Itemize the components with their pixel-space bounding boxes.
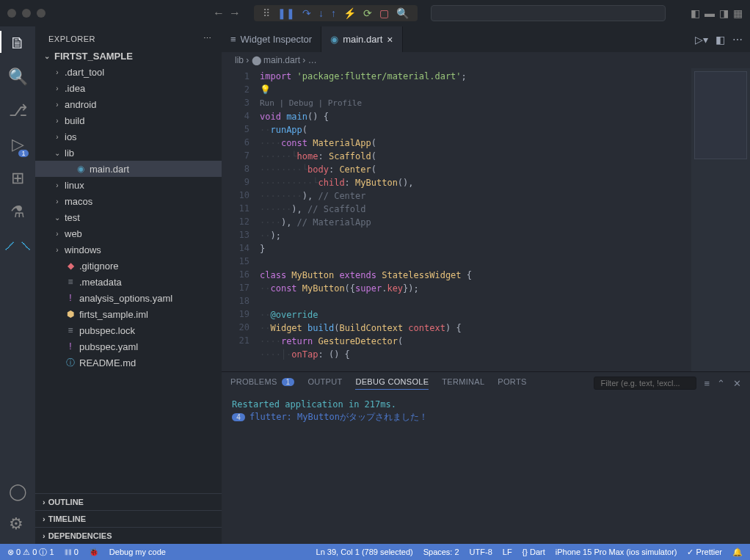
debug-stepin-icon[interactable]: ↓ xyxy=(318,7,324,19)
debug-grip-icon[interactable]: ⠿ xyxy=(263,7,270,19)
nav-forward-icon[interactable]: → xyxy=(229,7,241,20)
sidebar-section[interactable]: › OUTLINE xyxy=(35,493,222,510)
panel-tab[interactable]: OUTPUT xyxy=(307,377,342,389)
status-item[interactable]: 🔔 xyxy=(732,548,743,557)
status-item[interactable]: Ln 39, Col 1 (789 selected) xyxy=(316,548,413,556)
tree-folder[interactable]: ›build xyxy=(35,112,222,128)
explorer-more-icon[interactable]: ⋯ xyxy=(203,34,212,43)
traffic-light-min[interactable] xyxy=(22,9,31,18)
activity-search-icon[interactable]: 🔍 xyxy=(8,68,28,87)
tree-folder[interactable]: ›macos xyxy=(35,193,222,209)
status-item[interactable]: LF xyxy=(503,548,512,556)
tree-file[interactable]: ⬢firtst_sample.iml xyxy=(35,306,222,322)
activity-extensions-icon[interactable]: ⊞ xyxy=(11,169,24,188)
split-editor-icon[interactable]: ◧ xyxy=(716,34,725,46)
breadcrumbs[interactable]: lib › ⬤ main.dart › … xyxy=(222,52,750,68)
traffic-light-max[interactable] xyxy=(37,9,45,18)
panel-tab[interactable]: PROBLEMS 1 xyxy=(230,377,294,389)
tree-folder[interactable]: ›android xyxy=(35,96,222,112)
minimap[interactable] xyxy=(691,68,750,371)
debug-pause-icon[interactable]: ❚❚ xyxy=(277,7,295,19)
explorer-title: EXPLORER xyxy=(48,34,95,43)
tree-folder[interactable]: ›linux xyxy=(35,177,222,193)
tree-folder[interactable]: ⌄test xyxy=(35,209,222,225)
editor-body[interactable]: 123456789101112131415161718192021 import… xyxy=(222,68,750,371)
explorer-sidebar: EXPLORER ⋯ ⌄FIRTST_SAMPLE›.dart_tool›.id… xyxy=(35,26,222,544)
panel-collapse-icon[interactable]: ⌃ xyxy=(717,378,725,389)
activity-settings-icon[interactable]: ⚙ xyxy=(9,514,27,534)
panel-tab[interactable]: TERMINAL xyxy=(442,377,484,389)
panel-settings-icon[interactable]: ≡ xyxy=(704,378,710,389)
tree-file[interactable]: ◉main.dart xyxy=(35,161,222,177)
activity-scm-icon[interactable]: ⎇ xyxy=(9,101,27,120)
debug-toolbar: ⠿ ❚❚ ↷ ↓ ↑ ⚡ ⟳ ▢ 🔍 xyxy=(254,5,418,21)
layout-primary-icon[interactable]: ◧ xyxy=(691,7,700,19)
tree-file[interactable]: !analysis_options.yaml xyxy=(35,290,222,306)
tree-folder[interactable]: ›ios xyxy=(35,128,222,145)
status-item[interactable]: ✓ Prettier xyxy=(687,548,722,557)
bottom-panel: PROBLEMS 1OUTPUTDEBUG CONSOLETERMINALPOR… xyxy=(222,371,750,544)
debug-stepout-icon[interactable]: ↑ xyxy=(331,7,336,19)
debug-console-output: Restarted application in 217ms.4flutter:… xyxy=(222,394,750,428)
status-item[interactable]: UTF-8 xyxy=(470,548,492,556)
status-bar: ⊗ 0 ⚠ 0 ⓘ 1⦀⦀ 0🐞Debug my codeLn 39, Col … xyxy=(0,544,750,560)
status-item[interactable]: {} Dart xyxy=(523,548,545,556)
debug-hotreload-icon[interactable]: ⚡ xyxy=(343,7,356,19)
activity-flutter-icon[interactable]: ⟋⟍ xyxy=(1,236,34,255)
debug-inspector-icon[interactable]: 🔍 xyxy=(396,7,409,19)
tree-folder[interactable]: ›web xyxy=(35,225,222,241)
layout-custom-icon[interactable]: ▦ xyxy=(733,7,743,19)
tab-more-icon[interactable]: ⋯ xyxy=(732,34,743,46)
editor-tab[interactable]: ≡ Widget Inspector xyxy=(222,26,321,52)
command-center[interactable] xyxy=(431,5,666,21)
activity-explorer-icon[interactable]: 🗎 xyxy=(10,34,26,53)
console-filter-input[interactable] xyxy=(594,377,696,390)
debug-stepover-icon[interactable]: ↷ xyxy=(302,7,311,19)
status-item[interactable]: ⊗ 0 ⚠ 0 ⓘ 1 xyxy=(7,547,54,558)
activity-debug-icon[interactable]: ▷1 xyxy=(12,135,24,154)
activity-testing-icon[interactable]: ⚗ xyxy=(10,203,25,222)
status-item[interactable]: ⦀⦀ 0 xyxy=(65,548,79,557)
tree-folder[interactable]: ⌄lib xyxy=(35,145,222,161)
tree-folder[interactable]: ›.dart_tool xyxy=(35,64,222,80)
title-bar: ← → ⠿ ❚❚ ↷ ↓ ↑ ⚡ ⟳ ▢ 🔍 ◧ ▬ ◨ ▦ xyxy=(0,0,750,26)
tree-file[interactable]: ≡pubspec.lock xyxy=(35,322,222,338)
run-config-icon[interactable]: ▷▾ xyxy=(695,34,708,46)
layout-secondary-icon[interactable]: ◨ xyxy=(719,7,729,19)
status-item[interactable]: iPhone 15 Pro Max (ios simulator) xyxy=(556,548,677,556)
layout-controls: ◧ ▬ ◨ ▦ xyxy=(691,7,743,19)
activity-bar: 🗎 🔍 ⎇ ▷1 ⊞ ⚗ ⟋⟍ ◯ ⚙ xyxy=(0,26,35,544)
status-item[interactable]: 🐞 xyxy=(89,548,99,557)
status-item[interactable]: Debug my code xyxy=(109,548,166,556)
tree-folder[interactable]: ›.idea xyxy=(35,80,222,96)
nav-back-icon[interactable]: ← xyxy=(213,7,225,20)
panel-close-icon[interactable]: ✕ xyxy=(733,378,741,389)
tree-file[interactable]: ≡.metadata xyxy=(35,274,222,290)
editor-group: ≡ Widget Inspector◉ main.dart×▷▾◧⋯ lib ›… xyxy=(222,26,750,544)
sidebar-section[interactable]: › DEPENDENCIES xyxy=(35,527,222,544)
editor-tabs: ≡ Widget Inspector◉ main.dart×▷▾◧⋯ xyxy=(222,26,750,52)
layout-panel-icon[interactable]: ▬ xyxy=(705,7,715,19)
tab-close-icon[interactable]: × xyxy=(387,34,393,46)
tree-file[interactable]: ⓘREADME.md xyxy=(35,354,222,371)
editor-tab[interactable]: ◉ main.dart× xyxy=(321,26,402,52)
tree-file[interactable]: !pubspec.yaml xyxy=(35,338,222,354)
debug-stop-icon[interactable]: ▢ xyxy=(379,7,389,19)
sidebar-section[interactable]: › TIMELINE xyxy=(35,510,222,527)
debug-restart-icon[interactable]: ⟳ xyxy=(363,7,372,19)
status-item[interactable]: Spaces: 2 xyxy=(423,548,459,556)
tree-file[interactable]: ◆.gitignore xyxy=(35,258,222,274)
panel-tab[interactable]: PORTS xyxy=(498,377,526,389)
activity-account-icon[interactable]: ◯ xyxy=(9,482,27,501)
tree-folder[interactable]: ›windows xyxy=(35,241,222,258)
panel-tab[interactable]: DEBUG CONSOLE xyxy=(355,377,429,390)
traffic-light-close[interactable] xyxy=(7,9,16,18)
tree-root[interactable]: ⌄FIRTST_SAMPLE xyxy=(35,48,222,64)
